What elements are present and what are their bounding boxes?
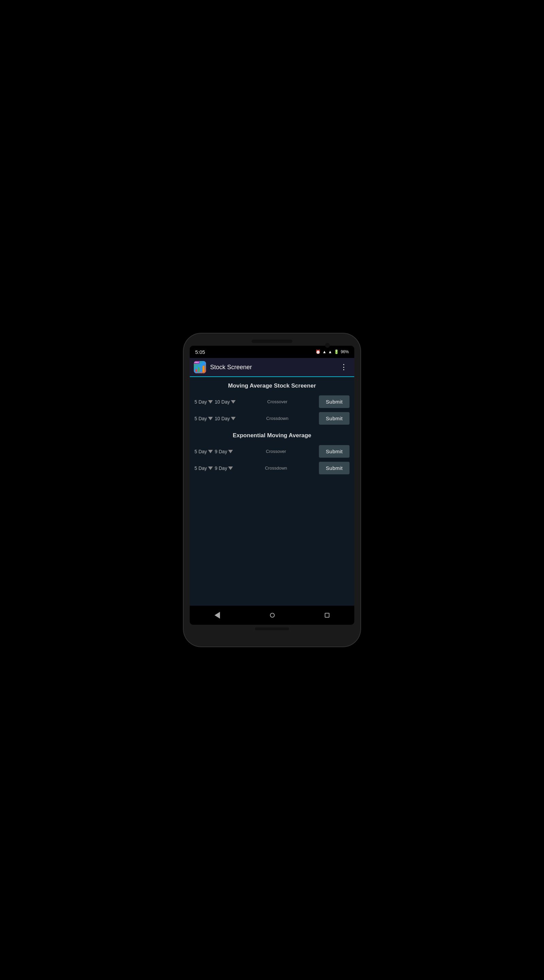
ma2-dropdown2-arrow	[231, 417, 236, 420]
nav-home-button[interactable]	[260, 609, 285, 621]
ma2-dropdown2-label: 10 Day	[215, 416, 230, 421]
ema1-dropdown1[interactable]: 5 Day	[195, 449, 213, 454]
ma2-submit-button[interactable]: Submit	[319, 412, 349, 425]
nav-recent-button[interactable]	[314, 609, 339, 621]
navigation-bar	[190, 606, 354, 625]
phone-screen: 5:05 ⏰ ▲ ▲ 🔋 96% PRO	[190, 346, 354, 625]
ma1-dropdown2-arrow	[231, 400, 236, 404]
pro-badge: PRO	[194, 361, 200, 364]
ma1-dropdown2[interactable]: 10 Day	[215, 399, 236, 404]
ma1-submit-button[interactable]: Submit	[319, 395, 349, 408]
ma1-dropdown2-label: 10 Day	[215, 399, 230, 404]
ema1-dropdown2-label: 9 Day	[215, 449, 227, 454]
ema-section-title: Exponential Moving Average	[190, 427, 354, 443]
status-bar: 5:05 ⏰ ▲ ▲ 🔋 96%	[190, 346, 354, 358]
status-time: 5:05	[195, 349, 205, 355]
app-icon: PRO	[194, 361, 206, 373]
ma1-dropdown1[interactable]: 5 Day	[195, 399, 213, 404]
ma1-crossover-label: Crossover	[238, 399, 317, 404]
ema2-submit-button[interactable]: Submit	[319, 462, 349, 474]
front-camera	[325, 343, 330, 348]
app-icon-inner: PRO	[194, 361, 206, 373]
ma1-dropdown1-arrow	[208, 400, 213, 404]
ema1-submit-button[interactable]: Submit	[319, 445, 349, 458]
nav-back-icon	[214, 612, 220, 619]
ma2-dropdown1-arrow	[208, 417, 213, 420]
ma2-crossdown-label: Crossdown	[238, 416, 317, 421]
ma2-dropdown1[interactable]: 5 Day	[195, 416, 213, 421]
ma-row-2: 5 Day 10 Day Crossdown Submit	[190, 410, 354, 427]
ema2-dropdown1[interactable]: 5 Day	[195, 466, 213, 471]
ema2-dropdown1-arrow	[208, 466, 213, 470]
app-bar: PRO Stock Screener ⋮	[190, 358, 354, 377]
ema1-dropdown1-label: 5 Day	[195, 449, 207, 454]
ema2-dropdown2-arrow	[228, 466, 233, 470]
nav-back-button[interactable]	[205, 608, 230, 622]
speaker-bottom	[255, 627, 289, 630]
moving-average-section-title: Moving Average Stock Screener	[190, 377, 354, 393]
ema-row-1: 5 Day 9 Day Crossover Submit	[190, 443, 354, 460]
main-content: Moving Average Stock Screener 5 Day 10 D…	[190, 377, 354, 606]
status-icons: ⏰ ▲ ▲ 🔋 96%	[316, 350, 349, 354]
alarm-icon: ⏰	[316, 350, 320, 354]
ema2-dropdown1-label: 5 Day	[195, 466, 207, 471]
ema-row-2: 5 Day 9 Day Crossdown Submit	[190, 460, 354, 476]
speaker-top	[252, 340, 292, 343]
phone-frame: 5:05 ⏰ ▲ ▲ 🔋 96% PRO	[184, 334, 360, 646]
ma-row-1: 5 Day 10 Day Crossover Submit	[190, 393, 354, 410]
bar-chart-icon	[195, 365, 205, 372]
ema2-dropdown2[interactable]: 9 Day	[215, 466, 233, 471]
ema1-dropdown1-arrow	[208, 450, 213, 453]
battery-percent: 96%	[341, 350, 349, 354]
signal-icon: ▲	[328, 350, 332, 354]
ma2-dropdown1-label: 5 Day	[195, 416, 207, 421]
ema1-crossover-label: Crossover	[235, 449, 317, 454]
battery-icon: 🔋	[334, 350, 339, 354]
ema1-dropdown2[interactable]: 9 Day	[215, 449, 233, 454]
ma2-dropdown2[interactable]: 10 Day	[215, 416, 236, 421]
nav-home-icon	[270, 613, 275, 617]
more-menu-icon[interactable]: ⋮	[337, 361, 350, 373]
nav-recent-icon	[325, 613, 330, 617]
ma1-dropdown1-label: 5 Day	[195, 399, 207, 404]
ema2-dropdown2-label: 9 Day	[215, 466, 227, 471]
ema1-dropdown2-arrow	[228, 450, 233, 453]
wifi-icon: ▲	[322, 350, 327, 354]
ema2-crossdown-label: Crossdown	[235, 466, 317, 471]
app-title: Stock Screener	[210, 364, 337, 371]
